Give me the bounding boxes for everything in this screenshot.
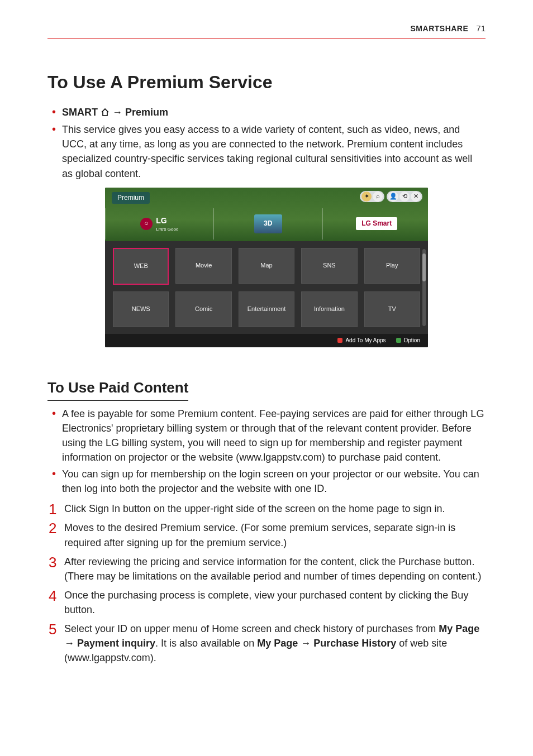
grid-scrollbar[interactable] xyxy=(422,249,426,326)
nav-target: Premium xyxy=(125,107,168,118)
screenshot-header: Premium ✦ ⌕ 👤 ⟲ ✕ ☺ LG Life's Good xyxy=(105,188,428,241)
header-page-number: 71 xyxy=(476,22,486,35)
tile-tv[interactable]: TV xyxy=(364,291,420,327)
nav-smart-label: SMART xyxy=(62,107,101,118)
browser-icon[interactable]: ✦ xyxy=(361,192,372,202)
close-icon[interactable]: ✕ xyxy=(411,192,421,202)
header-section-label: SMARTSHARE xyxy=(411,23,469,34)
tile-entertainment[interactable]: Entertainment xyxy=(239,291,294,327)
banner-lg[interactable]: ☺ LG Life's Good xyxy=(105,208,213,240)
nav-path-bullet: SMART → Premium xyxy=(47,105,486,120)
page-title: To Use A Premium Service xyxy=(47,69,486,95)
tile-play[interactable]: Play xyxy=(364,248,420,284)
step-3: After reviewing the pricing and service … xyxy=(47,554,486,583)
tile-grid: WEB Movie Map SNS Play NEWS Comic Entert… xyxy=(113,248,420,327)
screenshot-top-icons: ✦ ⌕ 👤 ⟲ ✕ xyxy=(360,191,422,202)
premium-screenshot: Premium ✦ ⌕ 👤 ⟲ ✕ ☺ LG Life's Good xyxy=(105,188,428,348)
tile-movie[interactable]: Movie xyxy=(175,248,231,284)
step-2: Moves to the desired Premium service. (F… xyxy=(47,520,486,549)
paid-bullet-2: You can sign up for membership on the lo… xyxy=(47,467,486,496)
tile-information[interactable]: Information xyxy=(301,291,357,327)
section-paid-content-title: To Use Paid Content xyxy=(47,377,188,401)
screenshot-title: Premium xyxy=(112,192,150,204)
tile-comic[interactable]: Comic xyxy=(175,291,231,327)
intro-bullet: This service gives you easy access to a … xyxy=(47,122,486,180)
tile-web[interactable]: WEB xyxy=(113,248,169,285)
banner-smart[interactable]: LG Smart xyxy=(322,208,428,240)
back-icon[interactable]: ⟲ xyxy=(399,192,410,202)
tile-sns[interactable]: SNS xyxy=(301,248,357,284)
paid-bullet-1: A fee is payable for some Premium conten… xyxy=(47,406,486,465)
user-icon[interactable]: 👤 xyxy=(388,192,398,202)
tile-map[interactable]: Map xyxy=(239,248,294,284)
screenshot-footer: Add To My Apps Option xyxy=(105,334,428,348)
search-icon[interactable]: ⌕ xyxy=(373,192,383,202)
step-5: Select your ID on upper menu of Home scr… xyxy=(47,621,486,665)
page-header: SMARTSHARE 71 xyxy=(47,22,486,39)
step-4: Once the purchasing process is complete,… xyxy=(47,588,486,617)
nav-arrow: → xyxy=(110,107,125,118)
step-1: Click Sign In button on the upper-right … xyxy=(47,501,486,516)
home-icon xyxy=(101,106,110,120)
tile-news[interactable]: NEWS xyxy=(113,291,169,327)
banner-3d[interactable]: 3D xyxy=(213,208,322,240)
footer-add-apps[interactable]: Add To My Apps xyxy=(337,337,386,345)
footer-option[interactable]: Option xyxy=(396,337,420,345)
